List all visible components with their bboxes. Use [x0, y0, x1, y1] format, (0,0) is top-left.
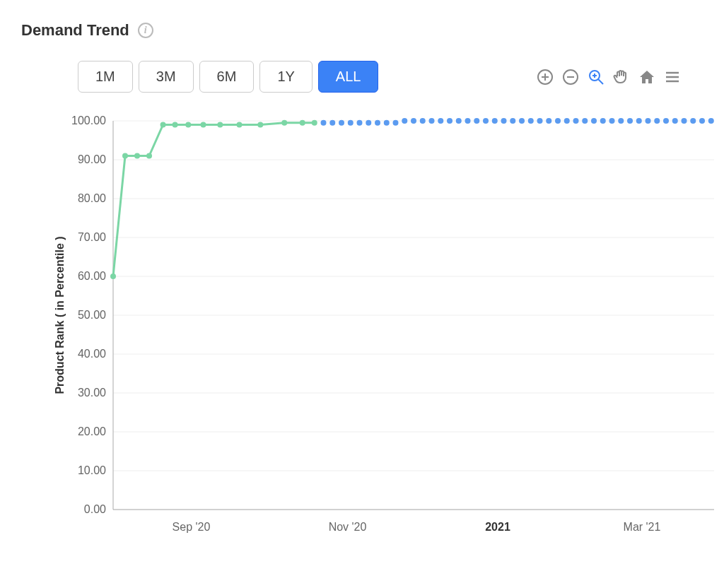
data-point [438, 118, 443, 124]
data-point [682, 118, 687, 124]
range-button-label: 6M [217, 69, 237, 84]
data-point [384, 120, 390, 126]
tool-icon-group [536, 68, 682, 86]
data-point [173, 122, 178, 128]
series-line-green [113, 123, 315, 276]
data-point [237, 122, 243, 128]
data-point [321, 120, 327, 126]
data-point [672, 118, 678, 124]
data-point [600, 118, 606, 124]
data-point [501, 118, 507, 124]
data-point [146, 153, 152, 159]
data-point [281, 120, 287, 126]
y-tick: 60.00 [78, 270, 106, 282]
data-point [465, 118, 471, 124]
data-point [573, 118, 579, 124]
data-point [447, 118, 452, 124]
y-tick: 70.00 [78, 231, 106, 243]
data-point [708, 118, 714, 124]
data-point [582, 118, 588, 124]
info-icon[interactable]: i [138, 23, 153, 38]
x-tick-label: 2021 [485, 521, 510, 533]
data-point [339, 120, 344, 126]
data-point [591, 118, 597, 124]
data-point [474, 118, 479, 124]
data-point [411, 118, 416, 124]
y-tick: 50.00 [78, 309, 106, 321]
y-tick: 90.00 [78, 153, 106, 165]
selection-zoom-icon[interactable] [587, 68, 605, 86]
menu-icon[interactable] [663, 68, 682, 86]
zoom-in-icon[interactable] [536, 68, 554, 86]
data-point [663, 118, 669, 124]
y-tick-label: 60.00 [78, 270, 106, 282]
data-point [300, 120, 305, 126]
data-point [160, 122, 166, 128]
range-button-label: ALL [336, 69, 361, 84]
data-point [636, 118, 642, 124]
chart-toolbar: 1M3M6M1YALL [78, 61, 710, 93]
chart-area[interactable]: 0.0010.0020.0030.0040.0050.0060.0070.008… [49, 114, 710, 552]
range-button-6m[interactable]: 6M [199, 61, 255, 93]
data-point [402, 118, 407, 124]
x-tick: Mar '21 [624, 521, 661, 533]
x-tick-label: Sep '20 [173, 521, 211, 533]
data-point [122, 153, 128, 159]
x-tick-label: Mar '21 [624, 521, 661, 533]
data-point [357, 120, 363, 126]
data-point [510, 118, 515, 124]
chart-header: Demand Trend i [21, 21, 710, 40]
data-point [375, 120, 380, 126]
y-tick-label: 10.00 [78, 464, 106, 476]
home-icon[interactable] [638, 68, 656, 86]
y-tick-label: 50.00 [78, 309, 106, 321]
data-point [420, 118, 426, 124]
y-tick: 10.00 [78, 464, 106, 476]
data-point [134, 153, 140, 159]
data-point [690, 118, 696, 124]
range-button-1y[interactable]: 1Y [259, 61, 312, 93]
x-tick: Nov '20 [329, 521, 367, 533]
data-point [519, 118, 525, 124]
data-point [627, 118, 633, 124]
data-point [609, 118, 615, 124]
y-tick: 20.00 [78, 425, 106, 437]
range-button-label: 1M [95, 69, 115, 84]
range-button-label: 3M [156, 69, 176, 84]
data-point [201, 122, 206, 128]
y-axis-label: Product Rank ( in Percentile ) [54, 236, 66, 394]
data-point [348, 120, 354, 126]
data-point [110, 274, 116, 279]
y-tick-label: 40.00 [78, 348, 106, 360]
range-button-3m[interactable]: 3M [139, 61, 194, 93]
svg-line-6 [598, 79, 603, 84]
data-point [646, 118, 651, 124]
data-point [546, 118, 551, 124]
data-point [699, 118, 705, 124]
demand-trend-chart[interactable]: 0.0010.0020.0030.0040.0050.0060.0070.008… [49, 114, 721, 552]
x-tick: Sep '20 [173, 521, 211, 533]
range-button-label: 1Y [277, 69, 294, 84]
data-point [185, 122, 191, 128]
y-tick: 0.00 [84, 503, 106, 515]
data-point [217, 122, 223, 128]
data-point [312, 120, 317, 126]
data-point [393, 120, 399, 126]
chart-grid [113, 121, 714, 510]
y-tick-label: 0.00 [84, 503, 106, 515]
data-point [618, 118, 624, 124]
y-tick-label: 20.00 [78, 425, 106, 437]
data-point [564, 118, 570, 124]
pan-icon[interactable] [612, 68, 631, 86]
y-tick: 80.00 [78, 192, 106, 204]
y-tick: 30.00 [78, 387, 106, 399]
y-tick-label: 100.00 [71, 114, 106, 127]
range-button-1m[interactable]: 1M [78, 61, 133, 93]
data-point [366, 120, 371, 126]
y-tick: 40.00 [78, 348, 106, 360]
y-tick-label: 70.00 [78, 231, 106, 243]
range-button-all[interactable]: ALL [318, 61, 379, 93]
data-point [492, 118, 498, 124]
x-tick-label: Nov '20 [329, 521, 367, 533]
zoom-out-icon[interactable] [561, 68, 580, 86]
